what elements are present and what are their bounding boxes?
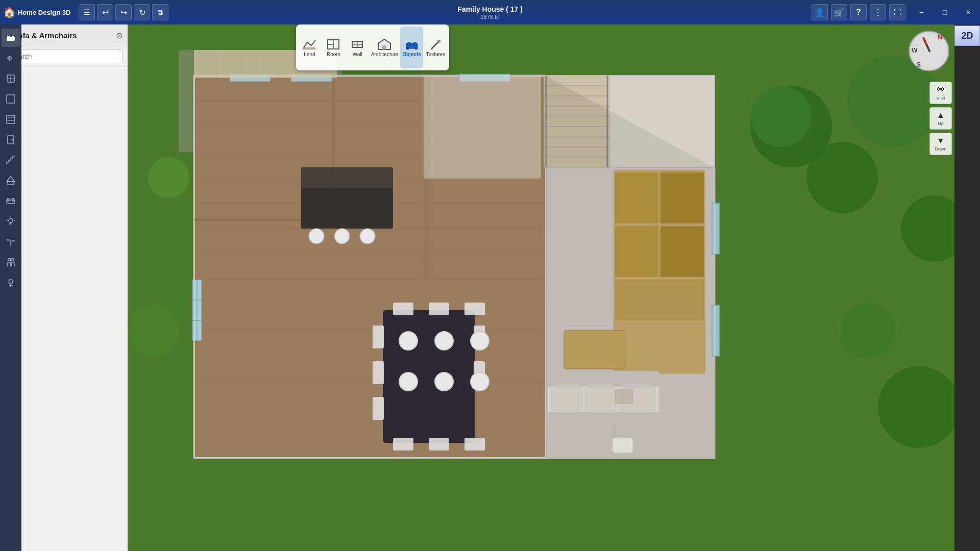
svg-rect-12 [415, 47, 418, 49]
svg-text:✥: ✥ [7, 54, 13, 62]
tool-textures[interactable]: Textures [424, 27, 447, 68]
objects-icon [405, 38, 419, 51]
svg-rect-21 [7, 95, 15, 103]
svg-point-38 [8, 259, 11, 261]
search-input[interactable] [5, 49, 122, 63]
svg-point-470 [148, 157, 189, 198]
textures-label: Textures [426, 52, 446, 57]
svg-rect-16 [12, 36, 14, 38]
svg-rect-11 [406, 47, 409, 49]
house-floorplan [128, 24, 954, 551]
nav-walls[interactable] [2, 110, 20, 129]
svg-rect-410 [429, 303, 449, 315]
svg-point-423 [399, 372, 418, 391]
svg-marker-27 [7, 177, 15, 182]
room-label: Room [327, 52, 340, 57]
svg-point-458 [806, 142, 878, 213]
svg-rect-416 [373, 361, 384, 384]
tool-architecture[interactable]: Architecture [370, 27, 399, 68]
svg-point-424 [435, 372, 453, 391]
nav-outdoor[interactable] [2, 273, 20, 292]
nav-plants[interactable] [2, 233, 20, 251]
top-toolbar: Land Room Wall Architecture O [296, 24, 449, 70]
close-button[interactable]: × [957, 0, 980, 24]
objects-label: Objects [402, 52, 421, 57]
textures-icon [429, 38, 443, 51]
architecture-icon [377, 38, 391, 51]
category-title: Sofa & Armchairs [13, 31, 112, 40]
svg-point-40 [9, 280, 13, 284]
tool-objects[interactable]: Objects [400, 27, 423, 68]
svg-rect-414 [464, 438, 485, 450]
search-icon-button[interactable]: ⊙ [116, 31, 122, 40]
compass: N S W [909, 31, 949, 71]
svg-point-13 [437, 40, 440, 43]
redo-button[interactable]: ↪ [115, 4, 132, 20]
visit-label: Visit [937, 95, 945, 101]
undo-button[interactable]: ↩ [97, 4, 113, 20]
nav-door[interactable] [2, 131, 20, 149]
view-2d-button[interactable]: 2D [954, 26, 980, 46]
svg-rect-408 [383, 310, 475, 443]
visit-button[interactable]: 👁 Visit [929, 82, 952, 104]
up-button[interactable]: ▲ Up [929, 107, 952, 130]
nav-stairs[interactable] [2, 151, 20, 169]
svg-rect-28 [8, 182, 14, 185]
wall-icon [350, 38, 364, 51]
compass-needle [922, 37, 931, 53]
viewport[interactable] [128, 24, 954, 551]
svg-point-422 [471, 332, 489, 350]
svg-rect-417 [373, 397, 384, 420]
nav-roof[interactable] [2, 171, 20, 190]
svg-rect-9 [407, 42, 410, 45]
nav-rooms[interactable] [2, 90, 20, 108]
svg-point-39 [11, 259, 14, 261]
svg-point-26 [12, 139, 13, 141]
minimize-button[interactable]: − [910, 0, 933, 24]
cart-button[interactable]: 🛒 [831, 4, 847, 20]
project-title: Family House ( 17 ) [168, 5, 812, 14]
nav-furniture[interactable] [2, 192, 20, 210]
refresh-button[interactable]: ↻ [134, 4, 150, 20]
svg-rect-29 [7, 200, 15, 204]
app-title: Home Design 3D [18, 9, 70, 16]
copy-button[interactable]: ⧉ [152, 4, 168, 20]
tool-room[interactable]: Room [322, 27, 345, 68]
nav-objects[interactable] [2, 29, 20, 47]
compass-south: S [917, 61, 921, 68]
help-button[interactable]: ? [850, 4, 867, 20]
svg-point-425 [471, 372, 489, 391]
down-button[interactable]: ▼ Down [929, 133, 952, 155]
svg-rect-10 [413, 42, 416, 45]
svg-rect-22 [7, 115, 15, 123]
maximize-button[interactable]: □ [933, 0, 957, 24]
svg-rect-7 [382, 45, 386, 49]
nav-move[interactable]: ✥ [2, 49, 20, 67]
compass-west: W [912, 47, 917, 54]
svg-rect-0 [303, 47, 315, 49]
nav-lighting[interactable] [2, 212, 20, 231]
wall-label: Wall [353, 52, 362, 57]
nav-select[interactable] [2, 69, 20, 88]
down-label: Down [935, 146, 946, 152]
fullscreen-button[interactable]: ⛶ [889, 4, 905, 20]
tool-land[interactable]: Land [298, 27, 321, 68]
svg-point-420 [399, 332, 418, 350]
more-button[interactable]: ⋮ [870, 4, 886, 20]
svg-point-452 [334, 229, 350, 244]
svg-rect-455 [424, 77, 541, 179]
svg-point-471 [128, 305, 179, 356]
room-icon [326, 38, 340, 51]
tool-wall[interactable]: Wall [346, 27, 369, 68]
menu-button[interactable]: ☰ [79, 4, 95, 20]
left-nav: ✥ [0, 24, 21, 551]
compass-north: N [938, 34, 942, 41]
svg-point-461 [840, 303, 896, 359]
land-icon [302, 38, 316, 51]
svg-rect-409 [393, 303, 413, 315]
svg-rect-411 [464, 303, 485, 315]
nav-people[interactable] [2, 253, 20, 271]
user-button[interactable]: 👤 [812, 4, 828, 20]
svg-point-453 [360, 229, 375, 244]
svg-rect-15 [7, 36, 10, 38]
